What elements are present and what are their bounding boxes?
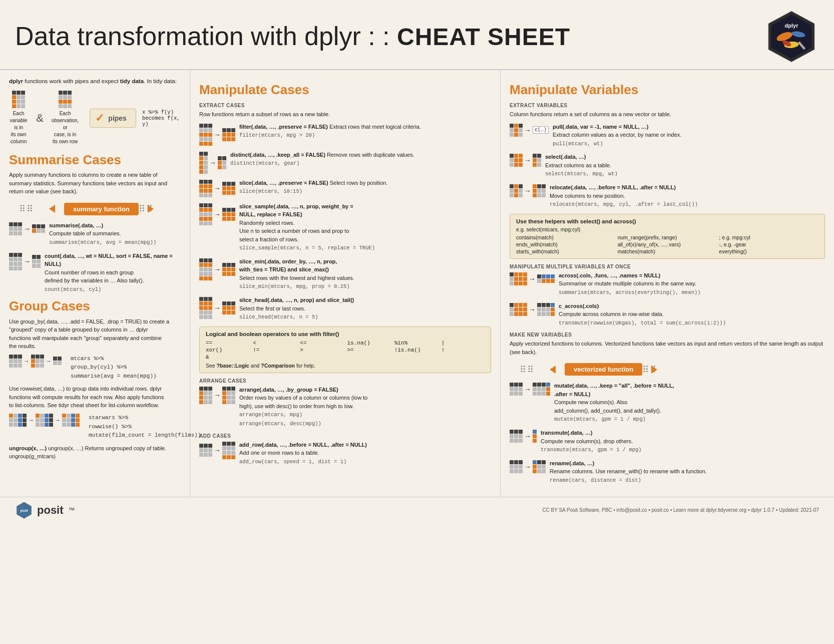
extract-vars-desc: Column functions return a set of columns…: [510, 110, 825, 119]
pipes-label: pipes: [108, 114, 127, 122]
slice-min-func-text: slice_min(.data, order_by, …, n, prop, w…: [239, 257, 354, 291]
rename-code: rename(cars, distance = dist): [550, 477, 641, 483]
arrow-icon: →: [24, 225, 31, 233]
select-code: select(mtcars, mpg, wt): [545, 171, 618, 177]
group-body1: Use group_by(.data, …, .add = FALSE, .dr…: [9, 317, 181, 351]
filter-name: filter(.data, …, .preserve = FALSE): [239, 124, 328, 130]
slice-min-arrow-icon: →: [214, 265, 221, 273]
table-icon-2: [59, 91, 72, 108]
vbanner-dots-left-icon: ⠿⠿: [520, 364, 535, 375]
c-across-name: c_across(.cols): [559, 303, 599, 309]
mutate-entry: → mutate(.data, …, .keep = "all", .befor…: [510, 382, 825, 424]
slice-arrow-icon: →: [214, 184, 221, 192]
across-icon: →: [510, 272, 555, 285]
transmute-func-text: transmute(.data, …) Compute new column(s…: [541, 429, 642, 454]
slice-head-code: slice_head(mtcars, n = 5): [239, 314, 318, 320]
posit-logo: posit posit ™: [15, 501, 75, 519]
across-entry: → across(.cols, .funs, …, .names = NULL)…: [510, 271, 825, 297]
count-arrow-icon: →: [24, 257, 31, 265]
pull-name: pull(.data, var = -1, name = NULL, …): [553, 124, 648, 130]
intro-grid-item-1: Each variable is in its own column: [9, 91, 28, 145]
rename-name: rename(.data, …): [550, 460, 594, 466]
extract-cases-subtitle: EXTRACT CASES: [199, 103, 491, 108]
group-icons: → →: [9, 355, 62, 368]
across-name: across(.cols, .funs, …, .names = NULL): [559, 272, 660, 278]
op13: &: [206, 354, 249, 360]
filter-icon: →: [199, 124, 235, 146]
slice-min-icon: →: [199, 258, 235, 280]
manipulate-cases-title: Manipulate Cases: [199, 82, 491, 98]
c-across-entry: → c_across(.cols) Compute across columns…: [510, 302, 825, 328]
arrange-arrow-icon: →: [214, 391, 221, 399]
h8: matches(match): [618, 248, 717, 254]
group-rowwise-row: → → starwars %>% rowwise() %>% mutate(fi…: [9, 414, 181, 440]
header: Data transformation with dplyr : : CHEAT…: [0, 0, 834, 70]
mutate-arrow-icon: →: [524, 385, 531, 393]
rw-arrow1: →: [28, 417, 34, 424]
group-pipe-code: mtcars %>% group_by(cyl) %>% summarise(a…: [71, 355, 157, 381]
helpers-grid: contains(match) num_range(prefix, range)…: [516, 234, 818, 254]
distinct-func-text: distinct(.data, …, .keep_all = FALSE) Re…: [230, 151, 414, 168]
count-icon: →: [9, 253, 41, 270]
slice-sample-name: slice_sample(.data, …, n, prop, weight_b…: [239, 203, 353, 218]
pull-icon: → c(…): [510, 124, 549, 137]
distinct-entry: → distinct(.data, …, .keep_all = FALSE) …: [199, 151, 491, 174]
c-across-icon: →: [510, 303, 555, 316]
summarise-func-code: summarise(mtcars, avg = mean(mpg)): [49, 239, 156, 245]
filter-arrow-icon: →: [214, 131, 221, 139]
transmute-icon: →: [510, 430, 537, 443]
add-row-desc: Add one or more rows to a table.: [239, 450, 319, 456]
slice-head-desc: Select the first or last rows.: [239, 305, 305, 311]
intro-description: dplyr functions work with pipes and expe…: [9, 77, 181, 86]
select-arrow-icon: →: [524, 156, 531, 164]
rename-arrow-icon: →: [524, 463, 531, 471]
rowwise-pipe-code: starwars %>% rowwise() %>% mutate(film_c…: [89, 414, 201, 440]
svg-text:posit: posit: [20, 508, 28, 512]
slice-head-arrow-icon: →: [214, 304, 221, 312]
transmute-desc: Compute new column(s), drop others.: [541, 438, 633, 444]
relocate-desc: Move columns to new position.: [550, 193, 625, 199]
make-vars-desc: Apply vectorized functions to columns. V…: [510, 340, 825, 356]
extract-vars-subtitle: EXTRACT VARIABLES: [510, 103, 825, 108]
rename-entry: → rename(.data, …) Rename columns. Use r…: [510, 459, 825, 485]
slice-name: slice(.data, …, .preserve = FALSE): [239, 180, 328, 186]
add-row-icon: →: [199, 442, 235, 459]
count-func-name: count(.data, …, wt = NULL, sort = FALSE,…: [45, 253, 173, 267]
pull-entry: → c(…) pull(.data, var = -1, name = NULL…: [510, 123, 825, 148]
select-icon: →: [510, 154, 541, 167]
c-across-desc: Compute across columns in row-wise data.: [559, 311, 664, 317]
filter-entry: → filter(.data, …, .preserve = FALSE) Ex…: [199, 123, 491, 146]
summarise-func-desc: Compute table of summaries.: [49, 230, 121, 236]
intro-label-2: Each observation, or case, is in its own…: [52, 110, 79, 145]
table-icon-1: [12, 91, 25, 108]
helpers-example: e.g. select(mtcars, mpg:cyl): [516, 226, 818, 232]
filter-code: filter(mtcars, mpg > 20): [239, 132, 315, 138]
count-func-text: count(.data, …, wt = NULL, sort = FALSE,…: [45, 252, 173, 294]
col-left: dplyr functions work with pipes and expe…: [0, 70, 190, 497]
arrange-code2: arrange(mtcars, desc(mpg)): [239, 421, 321, 427]
summarise-func-name: summarise(.data, …): [49, 222, 103, 228]
op6: |: [442, 340, 485, 346]
footer: posit posit ™ CC BY SA Posit Software, P…: [0, 497, 834, 523]
intro-grid-item-2: Each observation, or case, is in its own…: [52, 91, 79, 145]
rename-func-text: rename(.data, …) Rename columns. Use ren…: [550, 459, 707, 485]
h6: -, e.g. -gear: [719, 241, 818, 247]
relocate-icon: →: [510, 184, 546, 197]
slice-sample-code: slice_sample(mtcars, n = 5, replace = TR…: [239, 245, 375, 251]
h1: contains(match): [516, 234, 616, 240]
filter-func-text: filter(.data, …, .preserve = FALSE) Extr…: [239, 123, 421, 140]
intro-grid: Each variable is in its own column & Eac…: [9, 91, 181, 145]
relocate-func-text: relocate(.data, …, .before = NULL, .afte…: [550, 183, 698, 209]
g-arrow1: →: [24, 358, 30, 365]
across-func-text: across(.cols, .funs, …, .names = NULL) S…: [559, 271, 701, 297]
h9: everything(): [719, 248, 818, 254]
summary-function-banner: summary function: [64, 203, 139, 215]
count-func-desc: Count number of rows in each group defin…: [45, 269, 144, 284]
count-func-code: count(mtcars, cyl): [45, 286, 101, 292]
helpers-title: Use these helpers with select() and acro…: [516, 218, 818, 224]
h7: starts_with(match): [516, 248, 616, 254]
slice-code: slice(mtcars, 10:15): [239, 188, 302, 194]
mutate-func-text: mutate(.data, …, .keep = "all", .before …: [554, 382, 674, 424]
svg-text:dplyr: dplyr: [785, 23, 799, 29]
op7: xor(): [206, 347, 249, 353]
